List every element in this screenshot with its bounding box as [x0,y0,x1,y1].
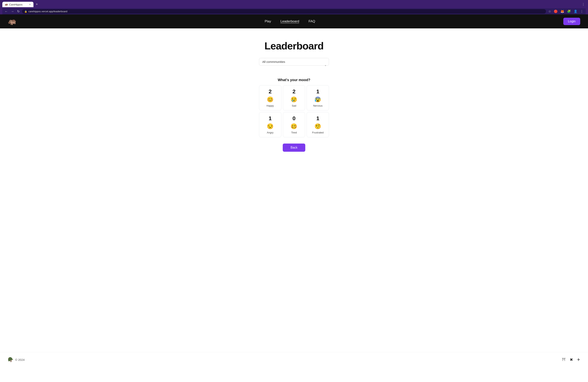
mood-card-tired[interactable]: 0 🥴 Tired [283,112,305,137]
extension-1-button[interactable]: 🔴 [553,9,558,14]
mood-card-frustrated[interactable]: 1 🤨 Frustrated [307,112,329,137]
login-button[interactable]: Login [563,18,580,25]
extension-2-button[interactable]: 🦊 [560,9,565,14]
browser-actions: ☆ 🔴 🦊 🧩 👤 ⋮ [547,9,584,14]
app-footer: 🪖 © 2024 ⛩ ✖ ✈ [0,352,588,367]
browser-top-bar: 🦛 CareHippos × + ⋮ [2,1,586,7]
mood-card-happy[interactable]: 2 😊 Happy [259,85,281,110]
mood-grid: 2 😊 Happy 2 😢 Sad 1 😰 Nervous 1 😒 Angry [259,85,329,137]
mood-count-frustrated: 1 [316,115,319,122]
app-logo[interactable]: 🦛 [8,17,17,25]
browser-more-button[interactable]: ⋮ [579,9,584,14]
mood-emoji-sad: 😢 [291,96,297,103]
mood-label-tired: Tired [291,131,297,134]
itch-io-icon[interactable]: ⛩ [562,358,566,362]
mood-label-angry: Angry [267,131,273,134]
mood-label-frustrated: Frustrated [312,131,324,134]
mood-count-sad: 2 [293,88,295,95]
mood-emoji-tired: 🥴 [291,123,297,129]
mood-emoji-angry: 😒 [267,123,273,129]
x-twitter-icon[interactable]: ✖ [570,357,573,362]
url-text: carehippos.vercel.app/leaderboard [28,10,67,13]
page-title: Leaderboard [264,40,324,52]
community-select[interactable]: All commmunities Community 1 Community 2 [259,58,329,65]
mood-card-angry[interactable]: 1 😒 Angry [259,112,281,137]
lock-icon: 🔒 [24,10,27,13]
forward-nav-button[interactable]: → [10,9,15,14]
bookmark-button[interactable]: ☆ [547,9,552,14]
browser-menu-button[interactable]: ⋮ [581,2,586,7]
community-select-wrapper: All commmunities Community 1 Community 2… [259,58,329,72]
telegram-icon[interactable]: ✈ [577,357,580,362]
back-button[interactable]: Back [283,144,305,152]
footer-logo-emoji: 🪖 [8,357,14,362]
browser-chrome: 🦛 CareHippos × + ⋮ ← → ↻ 🔒 carehippos.ve… [0,0,588,14]
app-header: 🦛 Play Leaderboard FAQ Login [0,14,588,28]
mood-emoji-frustrated: 🤨 [315,123,321,129]
logo-emoji: 🦛 [8,17,17,25]
nav-faq[interactable]: FAQ [309,20,315,23]
footer-left: 🪖 © 2024 [8,357,25,362]
mood-section-title: What's your mood? [259,78,329,82]
new-tab-button[interactable]: + [34,1,40,7]
main-content: Leaderboard All commmunities Community 1… [0,28,588,352]
tab-title: CareHippos [9,3,22,6]
reload-button[interactable]: ↻ [16,9,21,14]
tab-icon: 🦛 [5,3,8,6]
address-bar-inner: 🔒 carehippos.vercel.app/leaderboard [24,10,544,13]
profile-button[interactable]: 👤 [573,9,578,14]
tab-close-button[interactable]: × [29,3,31,6]
footer-right: ⛩ ✖ ✈ [562,357,580,362]
nav-play[interactable]: Play [265,20,271,23]
mood-section: What's your mood? 2 😊 Happy 2 😢 Sad 1 😰 … [259,78,329,144]
tab-bar: 🦛 CareHippos × + [2,1,40,7]
mood-emoji-happy: 😊 [267,96,273,103]
mood-card-nervous[interactable]: 1 😰 Nervous [307,85,329,110]
back-nav-button[interactable]: ← [4,9,9,14]
browser-controls-right: ⋮ [41,2,586,7]
mood-count-happy: 2 [269,88,272,95]
extension-3-button[interactable]: 🧩 [566,9,572,14]
mood-count-tired: 0 [293,115,295,122]
app-nav: Play Leaderboard FAQ [265,20,315,23]
mood-card-sad[interactable]: 2 😢 Sad [283,85,305,110]
address-bar-row: ← → ↻ 🔒 carehippos.vercel.app/leaderboar… [2,8,586,14]
mood-count-angry: 1 [269,115,272,122]
mood-label-nervous: Nervous [313,104,322,107]
mood-emoji-nervous: 😰 [315,96,321,103]
mood-label-sad: Sad [292,104,296,107]
mood-count-nervous: 1 [316,88,319,95]
nav-leaderboard[interactable]: Leaderboard [280,20,299,23]
footer-copyright: © 2024 [15,358,25,361]
active-tab[interactable]: 🦛 CareHippos × [2,2,33,7]
mood-label-happy: Happy [267,104,274,107]
address-bar[interactable]: 🔒 carehippos.vercel.app/leaderboard [22,9,546,14]
